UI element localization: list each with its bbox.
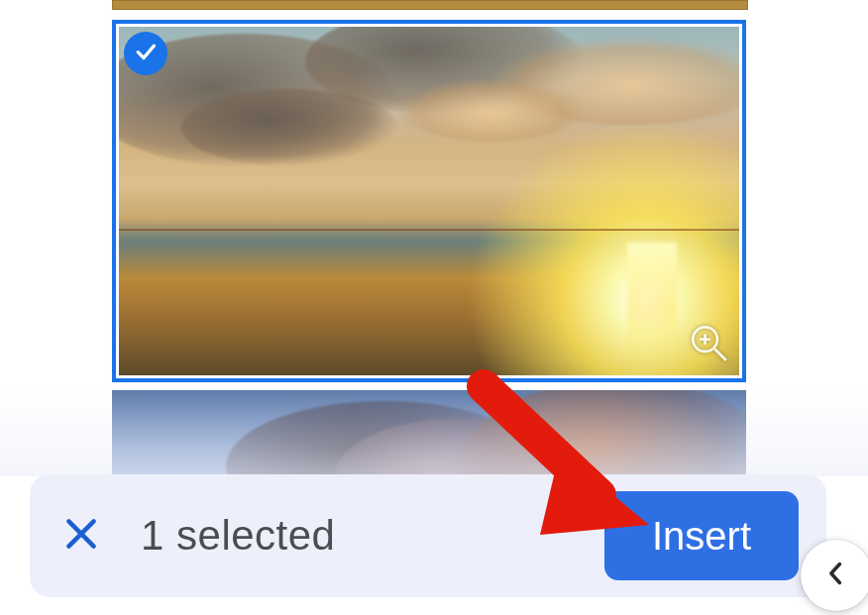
selected-check-badge	[124, 32, 167, 75]
nav-prev-button[interactable]	[801, 540, 868, 611]
close-icon	[63, 516, 99, 556]
clear-selection-button[interactable]	[57, 512, 105, 560]
selection-action-bar: 1 selected Insert	[30, 474, 826, 597]
svg-line-1	[714, 349, 725, 359]
thumbnail-item-selected[interactable]	[112, 20, 746, 382]
image-grid	[57, 0, 830, 499]
image-picker-screen: 1 selected Insert	[0, 0, 868, 615]
insert-button[interactable]: Insert	[604, 491, 799, 580]
insert-button-label: Insert	[652, 514, 751, 559]
thumbnail-image	[119, 27, 739, 375]
thumbnail-partial-above[interactable]	[112, 0, 748, 10]
zoom-button[interactable]	[687, 323, 732, 368]
zoom-in-icon	[688, 322, 731, 369]
check-icon	[133, 39, 159, 68]
selection-count-label: 1 selected	[141, 512, 604, 560]
chevron-left-icon	[823, 561, 849, 590]
